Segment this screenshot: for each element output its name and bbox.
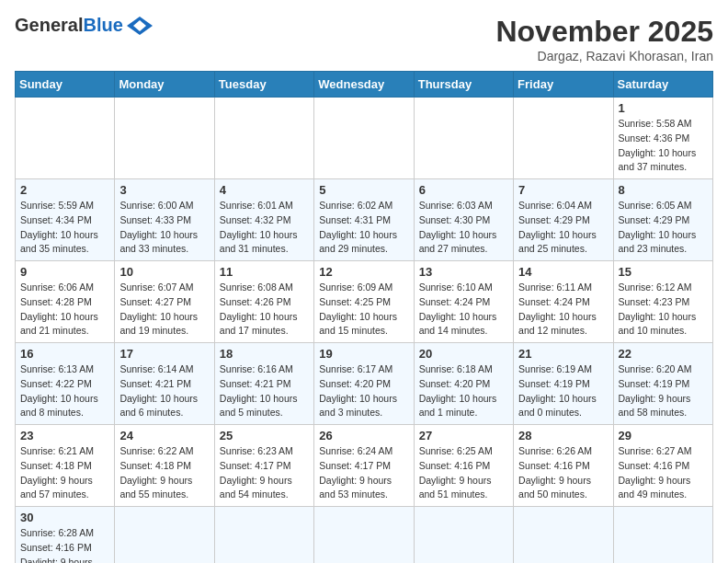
logo-blue-text: Blue (83, 15, 122, 36)
calendar-cell: 8Sunrise: 6:05 AM Sunset: 4:29 PM Daylig… (613, 179, 712, 261)
day-number: 28 (518, 429, 608, 442)
day-number: 6 (419, 183, 508, 197)
day-info: Sunrise: 6:08 AM Sunset: 4:26 PM Dayligh… (220, 281, 309, 339)
calendar-cell: 21Sunrise: 6:19 AM Sunset: 4:19 PM Dayli… (514, 343, 613, 425)
calendar-cell: 28Sunrise: 6:26 AM Sunset: 4:16 PM Dayli… (514, 425, 613, 507)
calendar-cell: 15Sunrise: 6:12 AM Sunset: 4:23 PM Dayli… (613, 261, 712, 343)
calendar-cell: 7Sunrise: 6:04 AM Sunset: 4:29 PM Daylig… (514, 179, 613, 261)
day-number: 16 (20, 347, 109, 361)
calendar-cell: 29Sunrise: 6:27 AM Sunset: 4:16 PM Dayli… (613, 425, 712, 507)
calendar-cell (214, 507, 313, 564)
day-number: 3 (119, 183, 209, 197)
day-number: 19 (319, 347, 408, 361)
weekday-header-friday: Friday (514, 72, 613, 98)
day-number: 21 (518, 347, 608, 361)
calendar-week-row: 2Sunrise: 5:59 AM Sunset: 4:34 PM Daylig… (16, 179, 713, 261)
day-info: Sunrise: 6:16 AM Sunset: 4:21 PM Dayligh… (220, 362, 309, 420)
logo-general-text: General (15, 15, 83, 36)
day-number: 22 (619, 347, 708, 361)
day-number: 20 (419, 347, 508, 361)
calendar-cell: 17Sunrise: 6:14 AM Sunset: 4:21 PM Dayli… (115, 343, 214, 425)
day-info: Sunrise: 5:59 AM Sunset: 4:34 PM Dayligh… (20, 199, 109, 257)
day-number: 10 (119, 265, 209, 279)
calendar-cell: 25Sunrise: 6:23 AM Sunset: 4:17 PM Dayli… (214, 425, 313, 507)
page-header: General Blue November 2025 Dargaz, Razav… (15, 15, 713, 63)
calendar-cell: 24Sunrise: 6:22 AM Sunset: 4:18 PM Dayli… (115, 425, 214, 507)
calendar-cell: 6Sunrise: 6:03 AM Sunset: 4:30 PM Daylig… (414, 179, 513, 261)
day-number: 12 (319, 265, 408, 279)
calendar-cell: 11Sunrise: 6:08 AM Sunset: 4:26 PM Dayli… (214, 261, 313, 343)
calendar-week-row: 30Sunrise: 6:28 AM Sunset: 4:16 PM Dayli… (16, 507, 713, 564)
calendar-cell: 2Sunrise: 5:59 AM Sunset: 4:34 PM Daylig… (16, 179, 115, 261)
weekday-header-thursday: Thursday (414, 72, 513, 98)
calendar-cell: 12Sunrise: 6:09 AM Sunset: 4:25 PM Dayli… (314, 261, 414, 343)
day-info: Sunrise: 6:09 AM Sunset: 4:25 PM Dayligh… (319, 281, 408, 339)
day-info: Sunrise: 6:23 AM Sunset: 4:17 PM Dayligh… (220, 444, 309, 502)
calendar-cell (115, 98, 214, 179)
day-number: 2 (20, 183, 109, 197)
logo-icon (127, 17, 153, 35)
calendar-cell: 27Sunrise: 6:25 AM Sunset: 4:16 PM Dayli… (414, 425, 513, 507)
day-number: 27 (419, 429, 508, 442)
calendar-cell: 26Sunrise: 6:24 AM Sunset: 4:17 PM Dayli… (314, 425, 414, 507)
day-info: Sunrise: 6:24 AM Sunset: 4:17 PM Dayligh… (319, 444, 408, 502)
weekday-header-row: SundayMondayTuesdayWednesdayThursdayFrid… (16, 72, 713, 98)
day-info: Sunrise: 6:25 AM Sunset: 4:16 PM Dayligh… (419, 444, 508, 502)
day-number: 8 (619, 183, 708, 197)
calendar-cell (514, 507, 613, 564)
calendar-cell: 5Sunrise: 6:02 AM Sunset: 4:31 PM Daylig… (314, 179, 414, 261)
day-number: 23 (20, 429, 109, 442)
day-number: 5 (319, 183, 408, 197)
day-info: Sunrise: 6:27 AM Sunset: 4:16 PM Dayligh… (619, 444, 708, 502)
calendar-cell (414, 98, 513, 179)
calendar-cell (16, 98, 115, 179)
day-number: 13 (419, 265, 508, 279)
day-number: 9 (20, 265, 109, 279)
day-number: 14 (518, 265, 608, 279)
day-info: Sunrise: 6:21 AM Sunset: 4:18 PM Dayligh… (20, 444, 109, 502)
day-info: Sunrise: 6:06 AM Sunset: 4:28 PM Dayligh… (20, 281, 109, 339)
calendar-week-row: 1Sunrise: 5:58 AM Sunset: 4:36 PM Daylig… (16, 98, 713, 179)
day-info: Sunrise: 6:19 AM Sunset: 4:19 PM Dayligh… (518, 362, 608, 420)
calendar-cell: 1Sunrise: 5:58 AM Sunset: 4:36 PM Daylig… (613, 98, 712, 179)
calendar-cell: 20Sunrise: 6:18 AM Sunset: 4:20 PM Dayli… (414, 343, 513, 425)
calendar-cell: 19Sunrise: 6:17 AM Sunset: 4:20 PM Dayli… (314, 343, 414, 425)
calendar-cell: 10Sunrise: 6:07 AM Sunset: 4:27 PM Dayli… (115, 261, 214, 343)
day-info: Sunrise: 6:01 AM Sunset: 4:32 PM Dayligh… (220, 199, 309, 257)
calendar-cell: 9Sunrise: 6:06 AM Sunset: 4:28 PM Daylig… (16, 261, 115, 343)
calendar-cell: 4Sunrise: 6:01 AM Sunset: 4:32 PM Daylig… (214, 179, 313, 261)
day-info: Sunrise: 6:20 AM Sunset: 4:19 PM Dayligh… (619, 362, 708, 420)
calendar-cell: 18Sunrise: 6:16 AM Sunset: 4:21 PM Dayli… (214, 343, 313, 425)
day-info: Sunrise: 6:12 AM Sunset: 4:23 PM Dayligh… (619, 281, 708, 339)
calendar-cell (214, 98, 313, 179)
calendar-cell: 23Sunrise: 6:21 AM Sunset: 4:18 PM Dayli… (16, 425, 115, 507)
calendar-cell: 13Sunrise: 6:10 AM Sunset: 4:24 PM Dayli… (414, 261, 513, 343)
calendar-cell (314, 507, 414, 564)
calendar-cell (613, 507, 712, 564)
day-info: Sunrise: 6:11 AM Sunset: 4:24 PM Dayligh… (518, 281, 608, 339)
day-info: Sunrise: 6:10 AM Sunset: 4:24 PM Dayligh… (419, 281, 508, 339)
day-number: 25 (220, 429, 309, 442)
day-info: Sunrise: 6:04 AM Sunset: 4:29 PM Dayligh… (518, 199, 608, 257)
weekday-header-sunday: Sunday (16, 72, 115, 98)
day-number: 17 (119, 347, 209, 361)
day-number: 26 (319, 429, 408, 442)
calendar-cell: 3Sunrise: 6:00 AM Sunset: 4:33 PM Daylig… (115, 179, 214, 261)
day-info: Sunrise: 6:05 AM Sunset: 4:29 PM Dayligh… (619, 199, 708, 257)
day-info: Sunrise: 6:00 AM Sunset: 4:33 PM Dayligh… (119, 199, 209, 257)
day-number: 7 (518, 183, 608, 197)
calendar-cell (314, 98, 414, 179)
day-number: 18 (220, 347, 309, 361)
day-info: Sunrise: 6:22 AM Sunset: 4:18 PM Dayligh… (119, 444, 209, 502)
day-info: Sunrise: 6:13 AM Sunset: 4:22 PM Dayligh… (20, 362, 109, 420)
calendar-cell: 22Sunrise: 6:20 AM Sunset: 4:19 PM Dayli… (613, 343, 712, 425)
title-block: November 2025 Dargaz, Razavi Khorasan, I… (495, 15, 713, 63)
day-info: Sunrise: 6:28 AM Sunset: 4:16 PM Dayligh… (20, 526, 109, 563)
calendar-week-row: 23Sunrise: 6:21 AM Sunset: 4:18 PM Dayli… (16, 425, 713, 507)
day-number: 1 (619, 101, 708, 115)
calendar-week-row: 16Sunrise: 6:13 AM Sunset: 4:22 PM Dayli… (16, 343, 713, 425)
day-number: 4 (220, 183, 309, 197)
day-number: 30 (20, 511, 109, 524)
calendar-cell (414, 507, 513, 564)
day-info: Sunrise: 6:26 AM Sunset: 4:16 PM Dayligh… (518, 444, 608, 502)
